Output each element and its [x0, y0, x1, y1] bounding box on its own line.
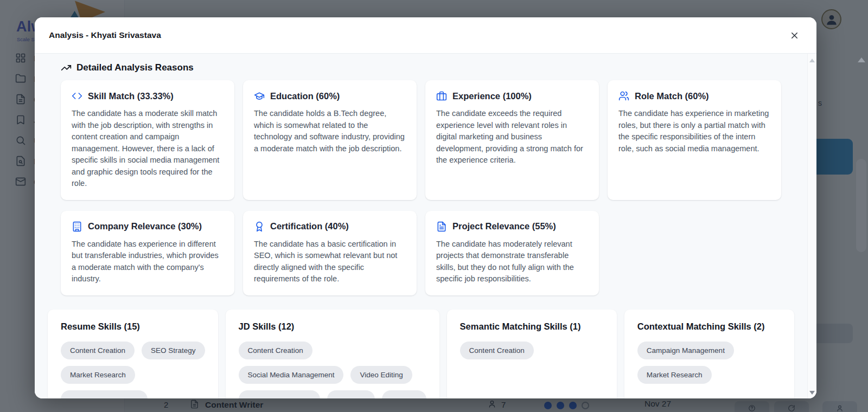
skill-chip: SEO Strategy: [142, 342, 205, 359]
analysis-card-header: Certification (40%): [254, 221, 406, 232]
chip-row-partial: [239, 390, 426, 399]
skills-card-title: Resume Skills (15): [61, 321, 205, 332]
analysis-card: Company Relevance (30%)The candidate has…: [61, 211, 234, 295]
skills-card: Contextual Matching Skills (2)Campaign M…: [624, 310, 794, 399]
skill-chip: Content Creation: [239, 342, 312, 359]
analysis-card-description: The candidate exceeds the required exper…: [436, 108, 588, 166]
skill-chip: Campaign Management: [637, 342, 734, 359]
analysis-card: Skill Match (33.33%)The candidate has a …: [61, 80, 234, 200]
file-text-icon: [436, 221, 447, 232]
skill-chip: Market Research: [637, 366, 712, 384]
modal-scroll-up-arrow-icon[interactable]: [809, 59, 815, 62]
window-scroll-up-arrow-icon[interactable]: [858, 57, 865, 62]
analysis-card-description: The candidate has a basic certification …: [254, 239, 406, 285]
close-button[interactable]: [786, 27, 802, 43]
analysis-card-header: Education (60%): [254, 91, 406, 101]
skills-card-title: JD Skills (12): [239, 321, 426, 332]
chip-row: Content Creation: [239, 342, 426, 359]
code-icon: [72, 91, 82, 101]
chip-row: Content Creation: [460, 342, 604, 359]
analysis-card-title: Project Relevance (55%): [452, 221, 556, 231]
award-icon: [254, 221, 265, 232]
screen: Alw Scale S DMCJUFC s 2 Content Writer 7…: [0, 0, 868, 412]
users-icon: [618, 91, 629, 101]
chip-row: Campaign Management: [637, 342, 781, 359]
analysis-card: Role Match (60%)The candidate has experi…: [608, 80, 781, 200]
analysis-card-description: The candidate has experience in differen…: [72, 239, 224, 285]
skill-chip: Video Editing: [350, 366, 412, 384]
chip-row-partial: [61, 390, 205, 399]
skill-chip-partial: [239, 390, 320, 399]
section-title: Detailed Analysis Reasons: [76, 62, 194, 73]
section-header: Detailed Analysis Reasons: [61, 62, 781, 73]
skills-card-title: Contextual Matching Skills (2): [637, 321, 781, 332]
skills-card: Resume Skills (15)Content CreationSEO St…: [48, 310, 218, 399]
skills-card: Semantic Matching Skills (1)Content Crea…: [447, 310, 617, 399]
analysis-card-header: Skill Match (33.33%): [72, 91, 224, 101]
window-scrollbar-thumb[interactable]: [856, 159, 866, 252]
skill-chip: Social Media Management: [239, 366, 344, 384]
analysis-card-description: The candidate has moderately relevant pr…: [436, 239, 588, 285]
modal-scroll-down-arrow-icon[interactable]: [809, 391, 815, 395]
analysis-modal: Analysis - Khyati Srivastava Detailed An…: [35, 17, 816, 398]
analysis-card: Certification (40%)The candidate has a b…: [243, 211, 417, 295]
analysis-card-header: Role Match (60%): [618, 91, 770, 101]
chip-row: Content CreationSEO Strategy: [61, 342, 205, 359]
analysis-card-title: Skill Match (33.33%): [88, 91, 174, 101]
analysis-card-header: Experience (100%): [436, 91, 588, 101]
analysis-card-title: Experience (100%): [452, 91, 532, 101]
skill-chip: Content Creation: [460, 342, 534, 359]
chip-row: Market Research: [637, 366, 781, 384]
chip-row: Market Research: [61, 366, 205, 384]
modal-scrollbar[interactable]: [807, 54, 816, 398]
trending-up-icon: [61, 62, 72, 73]
chip-row: Social Media ManagementVideo Editing: [239, 366, 426, 384]
analysis-card-description: The candidate has a moderate skill match…: [72, 108, 224, 190]
modal-header: Analysis - Khyati Srivastava: [35, 17, 816, 54]
skills-card-title: Semantic Matching Skills (1): [460, 321, 604, 332]
graduation-cap-icon: [254, 91, 265, 101]
skill-chip: Content Creation: [61, 342, 135, 359]
analysis-card-header: Company Relevance (30%): [72, 221, 224, 232]
skill-chip: Market Research: [61, 366, 135, 384]
building-icon: [72, 221, 82, 232]
modal-title: Analysis - Khyati Srivastava: [49, 30, 161, 40]
analysis-card-description: The candidate has experience in marketin…: [618, 108, 770, 154]
skills-card: JD Skills (12)Content CreationSocial Med…: [226, 310, 439, 399]
close-icon: [789, 30, 800, 41]
skill-chip-partial: [382, 390, 426, 399]
analysis-card-title: Role Match (60%): [635, 91, 709, 101]
analysis-card: Education (60%)The candidate holds a B.T…: [243, 80, 417, 200]
analysis-cards-grid: Skill Match (33.33%)The candidate has a …: [61, 80, 781, 295]
skills-cards-grid: Resume Skills (15)Content CreationSEO St…: [48, 310, 794, 399]
analysis-card-header: Project Relevance (55%): [436, 221, 588, 232]
analysis-card-description: The candidate holds a B.Tech degree, whi…: [254, 108, 406, 154]
skill-chip-partial: [61, 390, 148, 399]
skill-chip-partial: [327, 390, 375, 399]
briefcase-icon: [436, 91, 447, 101]
modal-body: Detailed Analysis Reasons Skill Match (3…: [35, 54, 807, 398]
analysis-card: Experience (100%)The candidate exceeds t…: [425, 80, 599, 200]
analysis-card-title: Certification (40%): [270, 221, 349, 231]
analysis-card-title: Education (60%): [270, 91, 340, 101]
analysis-card: Project Relevance (55%)The candidate has…: [425, 211, 599, 295]
analysis-card-title: Company Relevance (30%): [88, 221, 202, 231]
